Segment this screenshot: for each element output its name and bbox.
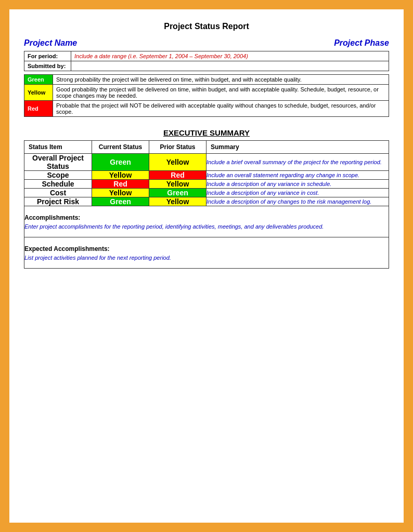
item-cell-3: Cost bbox=[24, 189, 92, 197]
exec-table-row: Overall Project Status Green Yellow Incl… bbox=[24, 154, 389, 171]
accomplishments-title: Accomplishments: bbox=[24, 214, 389, 221]
legend-yellow-desc: Good probability the project will be del… bbox=[53, 85, 389, 101]
main-title: Project Status Report bbox=[24, 22, 389, 31]
submitted-by-value bbox=[71, 61, 389, 71]
expected-accomplishments-cell: Expected Accomplishments: List project a… bbox=[24, 237, 389, 269]
prior-status-cell-2: Yellow bbox=[149, 180, 206, 189]
legend-green-desc: Strong probability the project will be d… bbox=[53, 75, 389, 85]
item-cell-1: Scope bbox=[24, 171, 92, 180]
expected-accomplishments-title: Expected Accomplishments: bbox=[24, 245, 389, 252]
legend-green-row: Green Strong probability the project wil… bbox=[24, 75, 389, 85]
for-period-value: Include a date range (i.e. September 1, … bbox=[71, 51, 389, 61]
current-status-cell-0: Green bbox=[92, 154, 149, 171]
legend-yellow-row: Yellow Good probability the project will… bbox=[24, 85, 389, 101]
item-cell-4: Project Risk bbox=[24, 197, 92, 206]
expected-accomplishments-row: Expected Accomplishments: List project a… bbox=[24, 237, 389, 269]
legend-red-row: Red Probable that the project will NOT b… bbox=[24, 101, 389, 117]
current-status-cell-3: Yellow bbox=[92, 189, 149, 197]
prior-status-cell-1: Red bbox=[149, 171, 206, 180]
legend-red-desc: Probable that the project will NOT be de… bbox=[53, 101, 389, 117]
exec-table-header: Status Item Current Status Prior Status … bbox=[24, 141, 389, 154]
item-cell-0: Overall Project Status bbox=[24, 154, 92, 171]
col-current-status: Current Status bbox=[92, 141, 149, 154]
project-phase-label: Project Phase bbox=[334, 38, 389, 48]
section-gap bbox=[24, 118, 389, 128]
page: Project Status Report Project Name Proje… bbox=[9, 9, 404, 523]
header-row: Project Name Project Phase bbox=[24, 38, 389, 48]
summary-cell-1: Include an overall statement regarding a… bbox=[206, 171, 389, 180]
current-status-cell-4: Green bbox=[92, 197, 149, 206]
col-prior-status: Prior Status bbox=[149, 141, 206, 154]
exec-table-row: Scope Yellow Red Include an overall stat… bbox=[24, 171, 389, 180]
submitted-by-row: Submitted by: bbox=[24, 61, 389, 71]
accomplishments-cell: Accomplishments: Enter project accomplis… bbox=[24, 206, 389, 237]
submitted-by-label: Submitted by: bbox=[24, 61, 71, 71]
project-name-label: Project Name bbox=[24, 38, 77, 48]
prior-status-cell-3: Green bbox=[149, 189, 206, 197]
accomplishments-row: Accomplishments: Enter project accomplis… bbox=[24, 206, 389, 237]
for-period-label: For period: bbox=[24, 51, 71, 61]
legend-red-label: Red bbox=[24, 101, 53, 117]
col-summary: Summary bbox=[206, 141, 389, 154]
exec-table-row: Project Risk Green Yellow Include a desc… bbox=[24, 197, 389, 206]
exec-summary-title: EXECUTIVE SUMMARY bbox=[24, 128, 389, 137]
col-status-item: Status Item bbox=[24, 141, 92, 154]
info-table: For period: Include a date range (i.e. S… bbox=[24, 51, 389, 71]
summary-cell-0: Include a brief overall summary of the p… bbox=[206, 154, 389, 171]
prior-status-cell-4: Yellow bbox=[149, 197, 206, 206]
legend-green-label: Green bbox=[24, 75, 53, 85]
summary-cell-3: Include a description of any variance in… bbox=[206, 189, 389, 197]
summary-cell-4: Include a description of any changes to … bbox=[206, 197, 389, 206]
summary-cell-2: Include a description of any variance in… bbox=[206, 180, 389, 189]
legend-table: Green Strong probability the project wil… bbox=[24, 74, 389, 117]
legend-yellow-label: Yellow bbox=[24, 85, 53, 101]
expected-accomplishments-text: List project activities planned for the … bbox=[24, 255, 389, 261]
exec-table: Status Item Current Status Prior Status … bbox=[24, 140, 389, 269]
current-status-cell-1: Yellow bbox=[92, 171, 149, 180]
exec-table-row: Schedule Red Yellow Include a descriptio… bbox=[24, 180, 389, 189]
prior-status-cell-0: Yellow bbox=[149, 154, 206, 171]
item-cell-2: Schedule bbox=[24, 180, 92, 189]
for-period-row: For period: Include a date range (i.e. S… bbox=[24, 51, 389, 61]
accomplishments-text: Enter project accomplishments for the re… bbox=[24, 223, 389, 230]
current-status-cell-2: Red bbox=[92, 180, 149, 189]
exec-table-row: Cost Yellow Green Include a description … bbox=[24, 189, 389, 197]
